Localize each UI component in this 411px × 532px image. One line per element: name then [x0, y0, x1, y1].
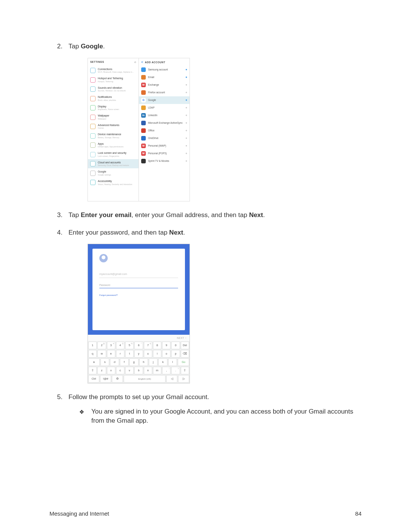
keyboard-key[interactable]: .? — [171, 367, 180, 374]
keyboard-key[interactable]: 3# — [107, 342, 115, 349]
keyboard-key[interactable]: ▷ — [178, 375, 189, 383]
keyboard-key[interactable]: g — [129, 358, 138, 366]
keyboard-key[interactable]: ◁ — [166, 375, 177, 383]
footer-title: Messaging and Internet — [49, 510, 109, 517]
account-type-item[interactable]: LDAP● — [139, 104, 190, 112]
settings-item[interactable]: Device maintenanceBattery, Storage, Memo… — [88, 131, 139, 141]
keyboard-key[interactable]: 9 — [162, 342, 170, 349]
keyboard-key[interactable]: n — [144, 367, 152, 374]
forgot-password-link[interactable]: Forgot password? — [99, 294, 178, 297]
settings-item[interactable]: NotificationsBlock, allow, prioritize — [88, 94, 139, 103]
keyboard-key[interactable]: i — [153, 350, 161, 358]
next-bar[interactable]: NEXT› — [88, 335, 190, 341]
step-text: Tap Enter your email, enter your Gmail a… — [68, 211, 265, 219]
keyboard-key[interactable]: s — [100, 358, 109, 366]
account-type-item[interactable]: inLinkedIn● — [139, 112, 190, 119]
account-type-item[interactable]: MPersonal (IMAP)● — [139, 142, 190, 150]
account-type-item[interactable]: OneDrive● — [139, 134, 190, 142]
keyboard-key[interactable]: j — [149, 358, 158, 366]
settings-item[interactable]: Hotspot and TetheringHotspot, Tethering — [88, 75, 139, 85]
keyboard-key[interactable]: o — [162, 350, 170, 358]
google-password-screenshot: myaccount@gmail.com Password Forgot pass… — [88, 244, 190, 383]
keyboard: 12@3#4$5%6^7&890Del qwertyuiop⌫ asdfghjk… — [88, 341, 190, 383]
account-type-item[interactable]: Office● — [139, 127, 190, 134]
keyboard-key[interactable]: q — [88, 350, 97, 358]
keyboard-key[interactable]: h — [139, 358, 148, 366]
account-type-item[interactable]: Samsung account● — [139, 66, 190, 73]
keyboard-key[interactable]: z — [97, 367, 106, 374]
back-icon[interactable]: < — [141, 60, 143, 64]
account-type-item[interactable]: Sprint TV & Movies● — [139, 157, 190, 165]
step-text: Tap Google. — [68, 43, 105, 50]
password-field[interactable]: Password — [99, 283, 178, 288]
keyboard-key[interactable]: m — [153, 367, 161, 374]
manual-page: 2. Tap Google. SETTINGS ⌕ ConnectionsWi-… — [0, 0, 411, 532]
keyboard-key[interactable]: t — [125, 350, 134, 358]
keyboard-key[interactable]: 0 — [171, 342, 180, 349]
keyboard-key[interactable]: ,! — [162, 367, 170, 374]
keyboard-key[interactable]: Go — [178, 358, 189, 366]
keyboard-key[interactable]: l — [168, 358, 177, 366]
account-type-item[interactable]: Email● — [139, 73, 190, 81]
settings-screenshot: SETTINGS ⌕ ConnectionsWi-Fi, Bluetooth, … — [88, 58, 190, 201]
step-text: Follow the prompts to set up your Gmail … — [68, 393, 209, 401]
settings-item[interactable]: Cloud and accountsSamsung Cloud, Backup … — [88, 159, 139, 169]
keyboard-key[interactable]: ⚙ — [112, 375, 123, 383]
keyboard-key[interactable]: 5% — [125, 342, 134, 349]
keyboard-key[interactable]: k — [158, 358, 167, 366]
keyboard-key[interactable]: 8 — [153, 342, 161, 349]
keyboard-key[interactable]: a — [88, 358, 100, 366]
settings-item[interactable]: Advanced featuresGames — [88, 122, 139, 131]
chevron-right-icon: › — [185, 337, 186, 339]
settings-item[interactable]: GoogleGoogle settings — [88, 168, 139, 178]
settings-item[interactable]: ConnectionsWi-Fi, Bluetooth, Data usage,… — [88, 66, 139, 75]
keyboard-key[interactable]: w — [97, 350, 106, 358]
keyboard-key[interactable]: c — [116, 367, 124, 374]
keyboard-key[interactable]: u — [144, 350, 152, 358]
keyboard-key[interactable]: p — [171, 350, 180, 358]
keyboard-key[interactable]: English (US) — [124, 375, 166, 383]
step-2: 2. Tap Google. SETTINGS ⌕ ConnectionsWi-… — [49, 42, 362, 201]
step-5-sub: ❖ You are signed in to your Google Accou… — [68, 407, 362, 425]
keyboard-key[interactable]: ⇧ — [88, 367, 97, 374]
keyboard-key[interactable]: 6^ — [134, 342, 143, 349]
keyboard-key[interactable]: 1 — [88, 342, 97, 349]
keyboard-key[interactable]: e — [107, 350, 115, 358]
keyboard-key[interactable]: b — [134, 367, 143, 374]
keyboard-key[interactable]: r — [116, 350, 124, 358]
settings-item[interactable]: AccessibilityVision, Hearing, Dexterity … — [88, 178, 139, 187]
page-footer: Messaging and Internet 84 — [49, 510, 362, 517]
step-number: 3. — [57, 211, 62, 220]
settings-item[interactable]: AppsDefault apps, App permissions — [88, 141, 139, 150]
account-type-item[interactable]: Firefox account● — [139, 89, 190, 96]
keyboard-key[interactable]: 2@ — [97, 342, 106, 349]
signed-in-email: myaccount@gmail.com — [99, 272, 178, 278]
account-type-item[interactable]: Microsoft Exchange ActiveSync● — [139, 119, 190, 127]
keyboard-key[interactable]: Ctrl — [88, 375, 99, 383]
keyboard-key[interactable]: x — [107, 367, 115, 374]
keyboard-key[interactable]: ⇧ — [181, 367, 189, 374]
step-number: 5. — [57, 393, 62, 402]
keyboard-key[interactable]: 7& — [144, 342, 152, 349]
keyboard-key[interactable]: f — [120, 358, 129, 366]
keyboard-key[interactable]: d — [110, 358, 119, 366]
step-3: 3. Tap Enter your email, enter your Gmai… — [49, 211, 362, 220]
account-type-item[interactable]: MExchange● — [139, 81, 190, 89]
settings-header: SETTINGS ⌕ — [88, 58, 139, 66]
keyboard-key[interactable]: y — [134, 350, 143, 358]
keyboard-key[interactable]: Del — [181, 342, 189, 349]
step-number: 4. — [57, 228, 62, 237]
keyboard-key[interactable]: !@# — [100, 375, 111, 383]
search-icon[interactable]: ⌕ — [134, 60, 137, 64]
keyboard-key[interactable]: 4$ — [116, 342, 124, 349]
account-type-item[interactable]: GGoogle● — [139, 96, 190, 104]
keyboard-key[interactable]: ⌫ — [181, 350, 189, 358]
add-account-header: <ADD ACCOUNT — [139, 58, 190, 66]
settings-left-pane: SETTINGS ⌕ ConnectionsWi-Fi, Bluetooth, … — [88, 58, 139, 201]
account-type-item[interactable]: MPersonal (POP3)● — [139, 150, 190, 157]
settings-item[interactable]: DisplayBrightness, Home screen — [88, 103, 139, 113]
settings-item[interactable]: Lock screen and securityLock screen, Fin… — [88, 150, 139, 159]
settings-item[interactable]: WallpaperWallpaper — [88, 112, 139, 122]
keyboard-key[interactable]: v — [125, 367, 134, 374]
settings-item[interactable]: Sounds and vibrationSounds, Vibration, D… — [88, 85, 139, 94]
